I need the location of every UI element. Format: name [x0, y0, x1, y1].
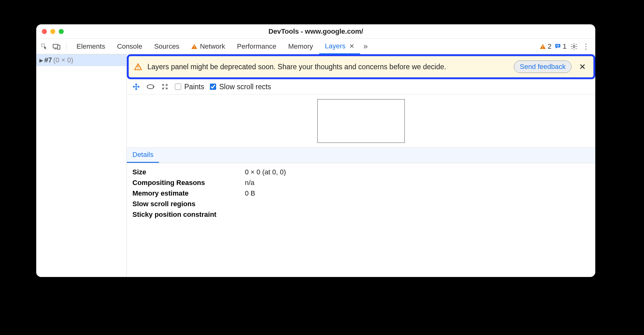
layer-rect[interactable] — [317, 99, 405, 143]
banner-text: Layers panel might be deprecated soon. S… — [147, 63, 508, 71]
titlebar: DevTools - www.google.com/ — [36, 24, 595, 39]
svg-rect-0 — [42, 44, 44, 46]
paints-checkbox-label[interactable]: Paints — [175, 83, 204, 91]
detail-row-memory: Memory estimate 0 B — [132, 188, 590, 199]
details-tabbar: Details — [127, 148, 595, 163]
warning-icon — [134, 63, 142, 70]
detail-key: Size — [132, 168, 245, 176]
svg-rect-7 — [556, 45, 559, 46]
detail-row-size: Size 0 × 0 (at 0, 0) — [132, 167, 590, 177]
svg-rect-3 — [194, 46, 195, 47]
warning-icon — [540, 44, 546, 49]
deprecation-banner: Layers panel might be deprecated soon. S… — [129, 56, 593, 77]
svg-rect-10 — [138, 66, 138, 67]
main-tabbar: Elements Console Sources Network Perform… — [36, 39, 595, 54]
more-tabs-button[interactable]: » — [361, 41, 370, 51]
slow-scroll-label-text: Slow scroll rects — [219, 83, 271, 91]
disclosure-triangle-icon[interactable]: ▶ — [39, 57, 43, 63]
devtools-window: DevTools - www.google.com/ Elements Cons… — [36, 24, 595, 277]
close-banner-icon[interactable]: ✕ — [577, 62, 588, 72]
tab-sources[interactable]: Sources — [148, 39, 185, 54]
svg-rect-11 — [138, 68, 138, 69]
tab-label: Memory — [288, 42, 313, 51]
detail-key: Compositing Reasons — [132, 179, 245, 187]
layer-name: #7 — [44, 56, 52, 64]
messages-count: 1 — [563, 42, 567, 51]
tab-label: Network — [200, 42, 225, 51]
tab-console[interactable]: Console — [111, 39, 148, 54]
issues-counter[interactable]: 2 — [540, 42, 552, 51]
window-controls — [42, 29, 64, 34]
settings-icon[interactable] — [570, 42, 578, 51]
tab-label: Layers — [325, 42, 345, 50]
detail-row-compositing: Compositing Reasons n/a — [132, 177, 590, 188]
tab-layers[interactable]: Layers ✕ — [319, 39, 360, 54]
svg-rect-2 — [57, 45, 60, 49]
tab-label: Console — [117, 42, 142, 51]
paints-checkbox[interactable] — [175, 84, 181, 90]
messages-counter[interactable]: 1 — [555, 42, 567, 51]
detail-row-slowscroll: Slow scroll regions — [132, 199, 590, 209]
minimize-window-button[interactable] — [50, 29, 55, 34]
pan-mode-icon[interactable] — [132, 82, 141, 91]
inspect-element-icon[interactable] — [39, 41, 49, 52]
message-icon — [555, 43, 561, 50]
more-options-icon[interactable]: ⋮ — [582, 42, 590, 51]
tab-label: Elements — [77, 42, 105, 51]
layers-main: Layers panel might be deprecated soon. S… — [127, 54, 595, 277]
tab-performance[interactable]: Performance — [231, 39, 282, 54]
tab-memory[interactable]: Memory — [283, 39, 319, 54]
rotate-mode-icon[interactable] — [146, 82, 155, 91]
send-feedback-button[interactable]: Send feedback — [514, 61, 572, 73]
toolbar-right: 2 1 ⋮ — [540, 42, 593, 51]
maximize-window-button[interactable] — [59, 29, 64, 34]
tab-elements[interactable]: Elements — [71, 39, 111, 54]
detail-value: 0 B — [245, 189, 255, 197]
detail-key: Memory estimate — [132, 189, 245, 197]
paints-label-text: Paints — [184, 83, 204, 91]
separator — [66, 42, 67, 51]
device-toolbar-icon[interactable] — [51, 41, 62, 52]
detail-value: n/a — [245, 179, 255, 187]
close-tab-icon[interactable]: ✕ — [349, 42, 354, 50]
slow-scroll-checkbox-label[interactable]: Slow scroll rects — [210, 83, 271, 91]
tab-network[interactable]: Network — [186, 39, 231, 54]
layers-3d-view[interactable] — [127, 95, 595, 148]
slow-scroll-checkbox[interactable] — [210, 84, 216, 90]
warning-icon — [191, 44, 197, 49]
deprecation-banner-highlight: Layers panel might be deprecated soon. S… — [127, 54, 595, 79]
panel-body: ▶ #7 (0 × 0) Layers panel might be depre… — [36, 54, 595, 277]
issues-count: 2 — [548, 42, 552, 51]
layer-tree-item[interactable]: ▶ #7 (0 × 0) — [36, 54, 126, 66]
detail-key: Sticky position constraint — [132, 211, 245, 219]
window-title: DevTools - www.google.com/ — [36, 27, 595, 36]
reset-view-icon[interactable] — [161, 82, 169, 91]
detail-value: 0 × 0 (at 0, 0) — [245, 168, 286, 176]
tab-label: Performance — [237, 42, 276, 51]
svg-rect-4 — [194, 48, 195, 48]
svg-rect-8 — [556, 46, 559, 46]
layer-dimensions: (0 × 0) — [53, 56, 73, 64]
svg-rect-6 — [542, 48, 543, 48]
details-pane: Size 0 × 0 (at 0, 0) Compositing Reasons… — [127, 163, 595, 224]
svg-rect-5 — [542, 46, 543, 47]
panel-tabs: Elements Console Sources Network Perform… — [71, 39, 370, 54]
detail-row-sticky: Sticky position constraint — [132, 209, 590, 220]
details-tab[interactable]: Details — [127, 148, 159, 163]
tab-label: Sources — [154, 42, 179, 51]
svg-point-9 — [573, 46, 575, 47]
close-window-button[interactable] — [42, 29, 47, 34]
layers-tree-sidebar: ▶ #7 (0 × 0) — [36, 54, 127, 277]
layers-toolbar: Paints Slow scroll rects — [127, 79, 595, 95]
detail-key: Slow scroll regions — [132, 200, 245, 208]
